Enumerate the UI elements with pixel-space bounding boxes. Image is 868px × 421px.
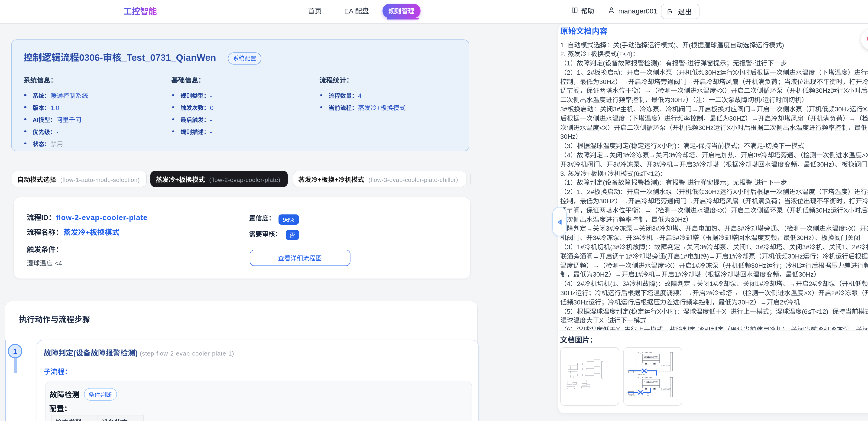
svg-text:3#单元(2台): 3#单元(2台) bbox=[644, 355, 658, 358]
svg-text:2 x DN350: 2 x DN350 bbox=[661, 364, 671, 366]
svg-text:2 x DN350: 2 x DN350 bbox=[661, 388, 671, 390]
svg-text:2 x (18 x DN100): 2 x (18 x DN100) bbox=[636, 351, 652, 354]
svg-text:2 x (18 x DN100): 2 x (18 x DN100) bbox=[636, 376, 652, 379]
svg-text:1#单元(2台): 1#单元(2台) bbox=[644, 380, 658, 383]
svg-text:DN400: DN400 bbox=[638, 373, 645, 375]
svg-text:DN400: DN400 bbox=[629, 394, 636, 397]
